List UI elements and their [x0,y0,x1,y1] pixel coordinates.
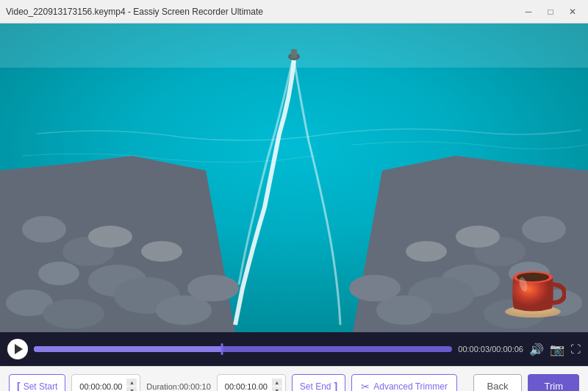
end-time-input-group[interactable]: ▲ ▼ [217,374,286,392]
start-time-input-group[interactable]: ▲ ▼ [71,374,140,392]
play-button[interactable] [7,339,28,359]
screenshot-button[interactable]: 📷 [550,342,564,356]
bracket-right-icon: ] [334,381,338,392]
volume-button[interactable]: 🔊 [529,342,544,356]
window-title: Video_220913173156.keymp4 - Eassiy Scree… [6,7,263,17]
start-time-input[interactable] [75,382,126,391]
end-time-spin[interactable]: ▲ ▼ [272,379,282,391]
video-player [0,24,588,332]
start-time-down[interactable]: ▼ [126,387,137,391]
svg-point-3 [22,216,66,243]
svg-point-13 [141,241,182,262]
svg-point-24 [349,275,401,301]
title-bar: Video_220913173156.keymp4 - Eassiy Scree… [0,0,588,24]
end-time-up[interactable]: ▲ [272,379,282,386]
duration-label: Duration:00:00:10 [146,382,210,391]
fullscreen-button[interactable]: ⛶ [570,343,581,355]
window-controls: ─ □ ✕ [519,4,582,19]
fullscreen-icon: ⛶ [570,343,581,355]
total-time: 00:00:06 [492,345,523,354]
end-time-down[interactable]: ▼ [272,387,282,391]
coffee-mug-overlay [500,259,566,318]
video-controls: 00:00:03/00:00:06 🔊 📷 ⛶ [0,332,588,366]
svg-point-26 [406,241,447,262]
time-display: 00:00:03/00:00:06 [458,345,523,354]
progress-bar-container[interactable] [34,344,452,354]
end-time-input[interactable] [220,382,272,391]
set-start-label: Set Start [24,381,58,392]
bracket-left-icon: [ [17,381,21,392]
close-button[interactable]: ✕ [563,4,582,19]
current-time: 00:00:03 [458,345,490,354]
progress-filled [34,346,222,352]
svg-point-16 [522,216,566,243]
play-icon [15,344,23,354]
back-button[interactable]: Back [473,374,523,392]
svg-point-11 [187,275,239,301]
svg-point-10 [43,299,104,329]
start-time-up[interactable]: ▲ [126,379,137,386]
minimize-button[interactable]: ─ [519,4,538,19]
svg-point-12 [88,226,132,248]
trim-toolbar: [ Set Start ▲ ▼ Duration:00:00:10 ▲ ▼ Se… [0,366,588,391]
advanced-trimmer-button[interactable]: ✂ Advanced Trimmer [351,374,457,392]
maximize-button[interactable]: □ [541,4,560,19]
start-time-spin[interactable]: ▲ ▼ [126,379,137,391]
svg-point-5 [38,262,79,285]
progress-thumb[interactable] [221,343,223,355]
svg-rect-29 [0,24,588,68]
advanced-label: Advanced Trimmer [373,381,448,392]
set-start-button[interactable]: [ Set Start [9,374,65,392]
scissors-icon: ✂ [361,381,370,392]
trim-button[interactable]: Trim [528,374,579,392]
svg-point-25 [456,226,500,248]
set-end-label: Set End [300,381,331,392]
set-end-button[interactable]: Set End ] [292,374,345,392]
progress-track[interactable] [34,346,452,352]
